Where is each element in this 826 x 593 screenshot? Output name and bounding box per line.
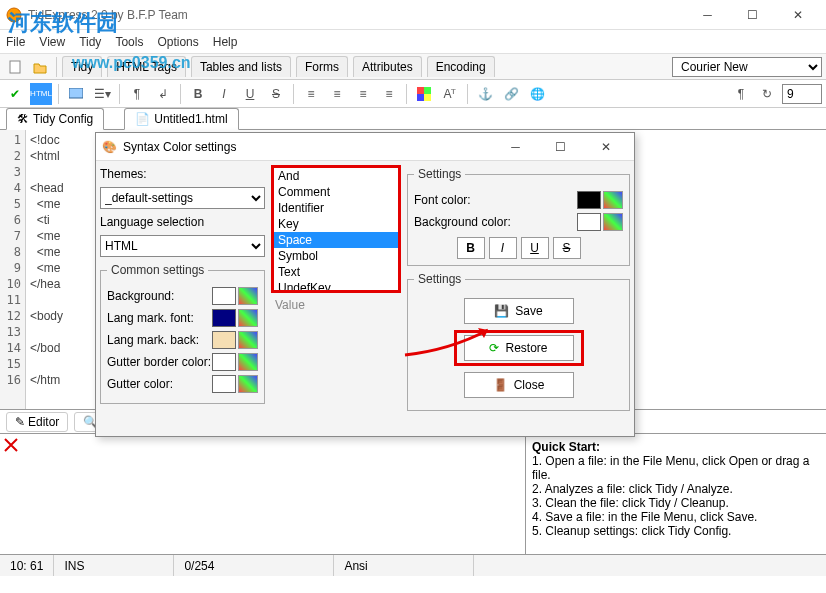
messages-panel [0,434,526,554]
align-justify-icon[interactable]: ≡ [378,83,400,105]
dialog-minimize-button[interactable]: ─ [493,133,538,161]
align-left-icon[interactable]: ≡ [300,83,322,105]
new-file-icon[interactable] [4,56,26,78]
format-toolbar: ✔ HTML ☰▾ ¶ ↲ B I U S ≡ ≡ ≡ ≡ Aᵀ ⚓ 🔗 🌐 ¶… [0,80,826,108]
font-size-icon[interactable]: Aᵀ [439,83,461,105]
langmark-back-label: Lang mark. back: [107,333,199,347]
bold-toggle[interactable]: B [457,237,485,259]
file-tab[interactable]: 📄 Untitled1.html [124,108,238,130]
maximize-button[interactable]: ☐ [730,1,775,29]
editor-tab[interactable]: ✎Editor [6,412,68,432]
underline-icon[interactable]: U [239,83,261,105]
italic-icon[interactable]: I [213,83,235,105]
globe-icon[interactable]: 🌐 [526,83,548,105]
token-list[interactable]: And Comment Identifier Key Space Symbol … [271,165,401,293]
color-swatch-icon[interactable] [413,83,435,105]
bold-icon[interactable]: B [187,83,209,105]
token-item[interactable]: Key [274,216,398,232]
langmark-back-picker-icon[interactable] [238,331,258,349]
background-swatch[interactable] [212,287,236,305]
font-color-swatch[interactable] [577,191,601,209]
restore-button[interactable]: ⟳Restore [464,335,574,361]
themes-select[interactable]: _default-settings [100,187,265,209]
gutter-color-swatch[interactable] [212,375,236,393]
toolbar-tab-tables[interactable]: Tables and lists [191,56,291,77]
align-center-icon[interactable]: ≡ [326,83,348,105]
error-icon [4,438,18,452]
toolbar-tab-tidy[interactable]: Tidy [62,56,102,77]
svg-rect-6 [424,94,431,101]
minimize-button[interactable]: ─ [685,1,730,29]
list-icon[interactable]: ☰▾ [91,83,113,105]
font-family-select[interactable]: Courier New [672,57,822,77]
break-icon[interactable]: ↲ [152,83,174,105]
language-select[interactable]: HTML [100,235,265,257]
bg-color-swatch[interactable] [577,213,601,231]
menu-view[interactable]: View [39,35,65,49]
svg-point-0 [7,8,21,22]
font-color-label: Font color: [414,193,471,207]
token-item[interactable]: Symbol [274,248,398,264]
font-size-input[interactable] [782,84,822,104]
status-ins: INS [54,555,174,576]
gutter-border-picker-icon[interactable] [238,353,258,371]
menu-tidy[interactable]: Tidy [79,35,101,49]
dialog-title-bar: 🎨 Syntax Color settings ─ ☐ ✕ [96,133,634,161]
lower-panel: Quick Start: 1. Open a file: in the File… [0,434,826,554]
bg-color-picker-icon[interactable] [603,213,623,231]
open-file-icon[interactable] [29,56,51,78]
toolbar-tab-attributes[interactable]: Attributes [353,56,422,77]
gutter-color-picker-icon[interactable] [238,375,258,393]
langmark-font-swatch[interactable] [212,309,236,327]
langmark-font-picker-icon[interactable] [238,309,258,327]
toolbar-tab-htmltags[interactable]: HTML Tags [107,56,186,77]
close-button[interactable]: ✕ [775,1,820,29]
token-item-selected[interactable]: Space [274,232,398,248]
anchor-icon[interactable]: ⚓ [474,83,496,105]
langmark-back-swatch[interactable] [212,331,236,349]
menu-tools[interactable]: Tools [115,35,143,49]
svg-rect-4 [424,87,431,94]
title-bar: TidExpress 2.0 by B.F.P Team ─ ☐ ✕ [0,0,826,30]
quickstart-item: 5. Cleanup settings: click Tidy Config. [532,524,820,538]
syntax-color-dialog: 🎨 Syntax Color settings ─ ☐ ✕ Themes: _d… [95,132,635,437]
token-item[interactable]: Text [274,264,398,280]
menu-options[interactable]: Options [157,35,198,49]
background-picker-icon[interactable] [238,287,258,305]
quickstart-title: Quick Start: [532,440,600,454]
align-right-icon[interactable]: ≡ [352,83,374,105]
token-item[interactable]: UndefKey [274,280,398,293]
refresh-icon[interactable]: ↻ [756,83,778,105]
quickstart-item: 2. Analyzes a file: click Tidy / Analyze… [532,482,820,496]
menu-file[interactable]: File [6,35,25,49]
paragraph-icon[interactable]: ¶ [126,83,148,105]
menu-help[interactable]: Help [213,35,238,49]
toolbar-tab-encoding[interactable]: Encoding [427,56,495,77]
token-item[interactable]: Value [271,297,401,313]
restore-highlight: ⟳Restore [454,330,584,366]
token-item[interactable]: Identifier [274,200,398,216]
font-color-picker-icon[interactable] [603,191,623,209]
strike-icon[interactable]: S [265,83,287,105]
token-item[interactable]: And [274,168,398,184]
token-settings-group: Settings Font color: Background color: B… [407,167,630,266]
check-icon[interactable]: ✔ [4,83,26,105]
italic-toggle[interactable]: I [489,237,517,259]
comment-icon[interactable] [65,83,87,105]
gutter-color-label: Gutter color: [107,377,173,391]
save-button[interactable]: 💾Save [464,298,574,324]
action-settings-legend: Settings [414,272,465,286]
dialog-close-button[interactable]: ✕ [583,133,628,161]
underline-toggle[interactable]: U [521,237,549,259]
pilcrow-icon[interactable]: ¶ [730,83,752,105]
html-badge-icon[interactable]: HTML [30,83,52,105]
toolbar-tab-forms[interactable]: Forms [296,56,348,77]
close-dialog-button[interactable]: 🚪Close [464,372,574,398]
token-item[interactable]: Comment [274,184,398,200]
tidy-config-tab[interactable]: 🛠 Tidy Config [6,108,104,130]
link-icon[interactable]: 🔗 [500,83,522,105]
gutter-border-swatch[interactable] [212,353,236,371]
dialog-maximize-button[interactable]: ☐ [538,133,583,161]
strike-toggle[interactable]: S [553,237,581,259]
svg-rect-5 [417,94,424,101]
